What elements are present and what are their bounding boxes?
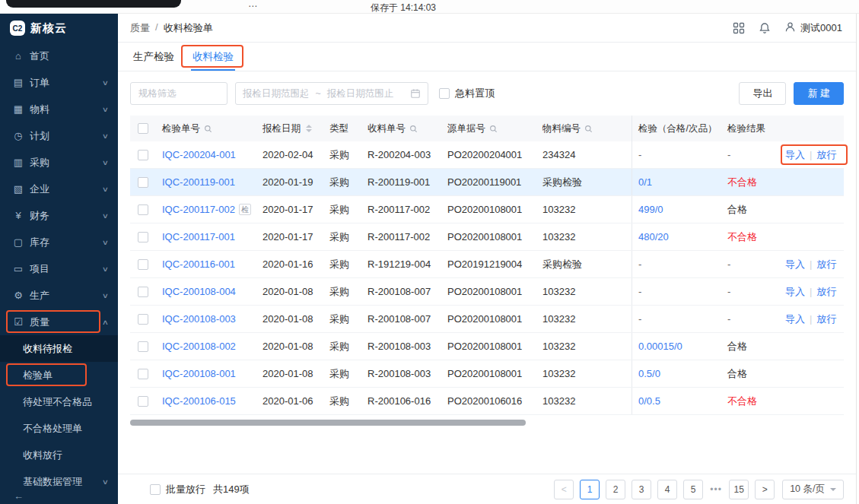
select-all-cell [130,116,156,141]
sidebar-item-home[interactable]: ⌂首页 [0,43,118,69]
action-release-link[interactable]: 放行 [816,285,836,299]
row-checkbox[interactable] [138,396,148,407]
search-icon[interactable] [204,125,212,133]
sidebar-item-label: 项目 [30,262,103,276]
export-button[interactable]: 导出 [739,82,786,105]
row-checkbox[interactable] [138,204,148,215]
column-header[interactable]: 源单据号 [441,116,536,141]
action-import-link[interactable]: 导入 [785,285,805,299]
inspection-order-link[interactable]: IQC-200108-002 [162,341,236,352]
cell-inspection-count: 0/1 [632,169,721,195]
sidebar-item-inventory[interactable]: ▢库存∨ [0,229,118,255]
sidebar-item-finance[interactable]: ¥财务∨ [0,202,118,229]
select-all-checkbox[interactable] [138,123,148,134]
inspection-count-link[interactable]: 0/1 [638,176,652,188]
urgent-top-checkbox[interactable] [439,88,450,99]
page-button-3[interactable]: 3 [632,480,651,499]
inspection-count-link[interactable]: 480/20 [638,231,669,242]
sidebar-item-enterprise[interactable]: ▧企业∨ [0,176,118,202]
inspection-count-link[interactable]: 0.5/0 [638,368,660,379]
sidebar-item-quality[interactable]: ☑质量∧ [0,309,118,335]
sidebar-item-purchasing[interactable]: ▥采购∨ [0,149,118,176]
sidebar-item-receiving-pending-inspection[interactable]: 收料待报检 [0,335,118,362]
action-release-link[interactable]: 放行 [816,148,836,162]
row-checkbox[interactable] [138,314,148,325]
user-icon [784,21,796,35]
tab-receiving-inspection[interactable]: 收料检验 [191,43,235,71]
search-icon[interactable] [489,125,498,133]
user-menu[interactable]: 测试0001 [784,21,842,35]
sidebar-item-nonconforming-handling[interactable]: 不合格处理单 [0,415,118,442]
next-page-button[interactable]: > [755,480,775,499]
page-button-2[interactable]: 2 [606,480,625,499]
sidebar-item-plans[interactable]: ◷计划∨ [0,122,118,149]
page-button-15[interactable]: 15 [729,480,749,499]
sidebar-item-materials[interactable]: ▦物料∨ [0,96,118,122]
inspection-order-link[interactable]: IQC-200108-004 [162,286,236,297]
inspection-order-link[interactable]: IQC-200117-001 [162,231,235,242]
inspection-order-link[interactable]: IQC-200106-015 [162,395,236,407]
inspection-count-empty: - [638,258,641,270]
create-button[interactable]: 新 建 [794,82,844,105]
action-release-link[interactable]: 放行 [816,258,836,271]
prev-page-button[interactable]: < [554,480,574,499]
sidebar-item-pending-nonconforming[interactable]: 待处理不合格品 [0,388,118,415]
sidebar-item-base-data[interactable]: 基础数据管理∨ [0,468,118,487]
page-button-5[interactable]: 5 [683,480,703,499]
row-checkbox[interactable] [138,232,148,242]
action-import-link[interactable]: 导入 [785,258,805,271]
inspection-order-link[interactable]: IQC-200119-001 [162,176,235,188]
date-range-picker[interactable]: 报检日期范围起 ~ 报检日期范围止 [235,82,428,105]
row-checkbox[interactable] [138,150,148,160]
tab-production-inspection[interactable]: 生产检验 [132,43,176,71]
sidebar-item-orders[interactable]: ▤订单∨ [0,69,118,96]
spec-filter-input[interactable] [130,82,227,105]
action-import-link[interactable]: 导入 [785,148,805,162]
apps-grid-icon[interactable] [733,22,745,34]
batch-release-checkbox[interactable] [150,484,161,495]
search-icon[interactable] [584,125,593,133]
notification-bell-icon[interactable] [759,22,771,34]
page-button-1[interactable]: 1 [580,480,600,499]
cell-result: 不合格 [721,388,779,414]
page-button-4[interactable]: 4 [657,480,677,499]
cell-source-no: PO20200119001 [441,169,536,195]
breadcrumb-item[interactable]: 质量 [130,21,150,35]
row-checkbox[interactable] [138,259,148,270]
column-header[interactable]: 物料编号 [536,116,632,141]
sidebar-item-label: 基础数据管理 [23,475,103,488]
inspection-order-link[interactable]: IQC-200108-003 [162,313,236,325]
sidebar-item-inspection-orders[interactable]: 检验单 [0,362,118,388]
horizontal-scrollbar-thumb[interactable] [130,420,526,426]
sidebar-item-production[interactable]: ⚙生产∨ [0,282,118,309]
page-size-select[interactable]: 10 条/页 [782,480,844,499]
cell-inspection-count: 480/20 [632,223,721,250]
inspection-order-link[interactable]: IQC-200116-001 [162,258,235,270]
inspection-order-link[interactable]: IQC-200108-001 [162,368,236,379]
action-separator: | [810,286,812,297]
row-checkbox[interactable] [138,341,148,352]
inspection-count-link[interactable]: 0/0.5 [638,395,660,407]
column-header[interactable]: 检验单号 [156,116,256,141]
sidebar-item-projects[interactable]: ▭项目∨ [0,255,118,282]
action-release-link[interactable]: 放行 [816,312,836,326]
sidebar-item-receiving-release[interactable]: 收料放行 [0,442,118,468]
collapse-sidebar-button[interactable]: ← [0,487,118,504]
inspection-count-link[interactable]: 0.00015/0 [638,341,682,352]
cell-inspection-no: IQC-200108-004 [156,278,256,305]
row-checkbox[interactable] [138,287,148,297]
column-header[interactable]: 收料单号 [361,116,441,141]
search-icon[interactable] [409,125,418,133]
inspection-count-link[interactable]: 499/0 [638,204,663,215]
action-import-link[interactable]: 导入 [785,312,805,326]
app-logo[interactable]: C2 新核云 [0,14,118,43]
total-count: 共149项 [213,483,250,496]
column-header[interactable]: 报检日期 [256,116,323,141]
row-checkbox[interactable] [138,177,148,188]
cell-type: 采购 [323,251,361,277]
sort-icon[interactable] [306,125,312,132]
inspection-order-link[interactable]: IQC-200117-002 [162,204,235,215]
row-checkbox[interactable] [138,369,148,379]
inspection-order-link[interactable]: IQC-200204-001 [162,149,236,160]
sidebar-item-label: 生产 [30,289,103,303]
